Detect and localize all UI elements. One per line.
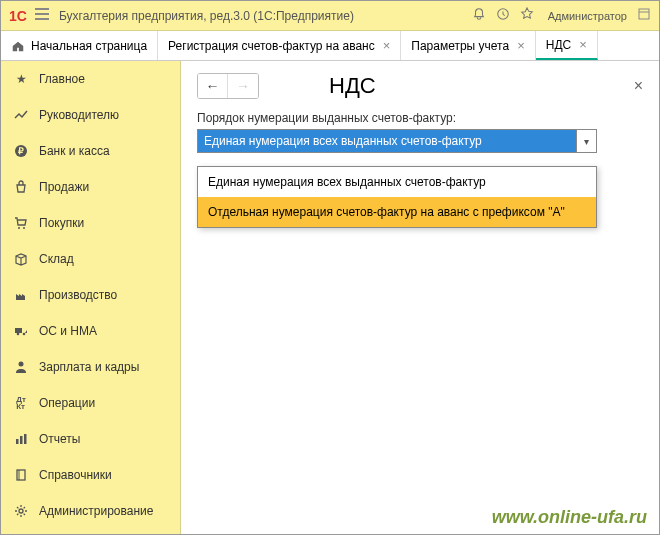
sidebar-item-bank[interactable]: ₽Банк и касса [1, 133, 180, 169]
content-header: ← → НДС × [197, 73, 643, 99]
sidebar-item-admin[interactable]: Администрирование [1, 493, 180, 529]
gear-icon [13, 503, 29, 519]
svg-rect-9 [16, 439, 19, 444]
svg-point-6 [17, 333, 20, 336]
sidebar-item-label: Склад [39, 252, 74, 266]
numeration-select[interactable]: Единая нумерация всех выданных счетов-фа… [197, 129, 597, 153]
user-label[interactable]: Администратор [548, 10, 627, 22]
tabbar: Начальная страница Регистрация счетов-фа… [1, 31, 659, 61]
sidebar-item-label: Справочники [39, 468, 112, 482]
nav-buttons: ← → [197, 73, 259, 99]
dropdown-option[interactable]: Отдельная нумерация счетов-фактур на ава… [198, 197, 596, 227]
svg-point-5 [23, 227, 25, 229]
close-icon[interactable]: × [383, 38, 391, 53]
tab-label: Регистрация счетов-фактур на аванс [168, 39, 375, 53]
window-title: Бухгалтерия предприятия, ред.3.0 (1С:Пре… [59, 9, 354, 23]
tab-label: Начальная страница [31, 39, 147, 53]
sidebar-item-os[interactable]: ОС и НМА [1, 313, 180, 349]
chart-icon [13, 431, 29, 447]
field-label: Порядок нумерации выданных счетов-фактур… [197, 111, 643, 125]
close-icon[interactable]: × [634, 77, 643, 95]
trend-icon [13, 107, 29, 123]
select-dropdown: Единая нумерация всех выданных счетов-фа… [197, 166, 597, 228]
svg-rect-1 [639, 9, 649, 19]
star-icon[interactable] [520, 7, 534, 24]
svg-point-8 [19, 362, 24, 367]
box-icon [13, 251, 29, 267]
watermark: www.online-ufa.ru [492, 507, 647, 528]
app-logo: 1C [9, 8, 27, 24]
svg-rect-12 [17, 470, 25, 480]
ruble-icon: ₽ [13, 143, 29, 159]
dtkt-icon: ДтКт [13, 395, 29, 411]
sidebar-item-refs[interactable]: Справочники [1, 457, 180, 493]
sidebar-item-label: Производство [39, 288, 117, 302]
sidebar-item-sales[interactable]: Продажи [1, 169, 180, 205]
factory-icon [13, 287, 29, 303]
star-icon: ★ [13, 71, 29, 87]
sidebar-item-label: ОС и НМА [39, 324, 97, 338]
forward-button: → [228, 74, 258, 98]
sidebar-item-operations[interactable]: ДтКтОперации [1, 385, 180, 421]
history-icon[interactable] [496, 7, 510, 24]
titlebar: 1C Бухгалтерия предприятия, ред.3.0 (1С:… [1, 1, 659, 31]
page-title: НДС [329, 73, 376, 99]
sidebar-item-label: Главное [39, 72, 85, 86]
tab-params[interactable]: Параметры учета × [401, 31, 535, 60]
sidebar-item-reports[interactable]: Отчеты [1, 421, 180, 457]
min-icon[interactable] [637, 7, 651, 24]
close-icon[interactable]: × [579, 37, 587, 52]
sidebar-item-label: Руководителю [39, 108, 119, 122]
bag-icon [13, 179, 29, 195]
sidebar-item-label: Администрирование [39, 504, 153, 518]
sidebar-item-manager[interactable]: Руководителю [1, 97, 180, 133]
tab-registration[interactable]: Регистрация счетов-фактур на аванс × [158, 31, 401, 60]
svg-rect-10 [20, 436, 23, 444]
dropdown-option[interactable]: Единая нумерация всех выданных счетов-фа… [198, 167, 596, 197]
book-icon [13, 467, 29, 483]
sidebar-item-main[interactable]: ★Главное [1, 61, 180, 97]
svg-text:₽: ₽ [18, 146, 24, 156]
sidebar-item-label: Банк и касса [39, 144, 110, 158]
tab-home[interactable]: Начальная страница [1, 31, 158, 60]
bell-icon[interactable] [472, 7, 486, 24]
tab-nds[interactable]: НДС × [536, 31, 598, 60]
svg-point-13 [19, 509, 23, 513]
sidebar-item-purchases[interactable]: Покупки [1, 205, 180, 241]
menu-icon[interactable] [35, 8, 49, 23]
sidebar-item-label: Операции [39, 396, 95, 410]
tab-label: НДС [546, 38, 571, 52]
sidebar-item-label: Продажи [39, 180, 89, 194]
sidebar-item-production[interactable]: Производство [1, 277, 180, 313]
body: ★Главное Руководителю ₽Банк и касса Прод… [1, 61, 659, 534]
close-icon[interactable]: × [517, 38, 525, 53]
select-value: Единая нумерация всех выданных счетов-фа… [198, 130, 576, 152]
tab-label: Параметры учета [411, 39, 509, 53]
sidebar: ★Главное Руководителю ₽Банк и касса Прод… [1, 61, 181, 534]
titlebar-actions: Администратор [472, 7, 651, 24]
sidebar-item-warehouse[interactable]: Склад [1, 241, 180, 277]
truck-icon [13, 323, 29, 339]
sidebar-item-label: Зарплата и кадры [39, 360, 139, 374]
svg-rect-11 [24, 434, 27, 444]
sidebar-item-label: Отчеты [39, 432, 80, 446]
sidebar-item-label: Покупки [39, 216, 84, 230]
chevron-down-icon[interactable]: ▾ [576, 130, 596, 152]
cart-icon [13, 215, 29, 231]
content: ← → НДС × Порядок нумерации выданных сче… [181, 61, 659, 534]
back-button[interactable]: ← [198, 74, 228, 98]
svg-point-4 [18, 227, 20, 229]
svg-point-7 [23, 333, 26, 336]
sidebar-item-salary[interactable]: Зарплата и кадры [1, 349, 180, 385]
person-icon [13, 359, 29, 375]
